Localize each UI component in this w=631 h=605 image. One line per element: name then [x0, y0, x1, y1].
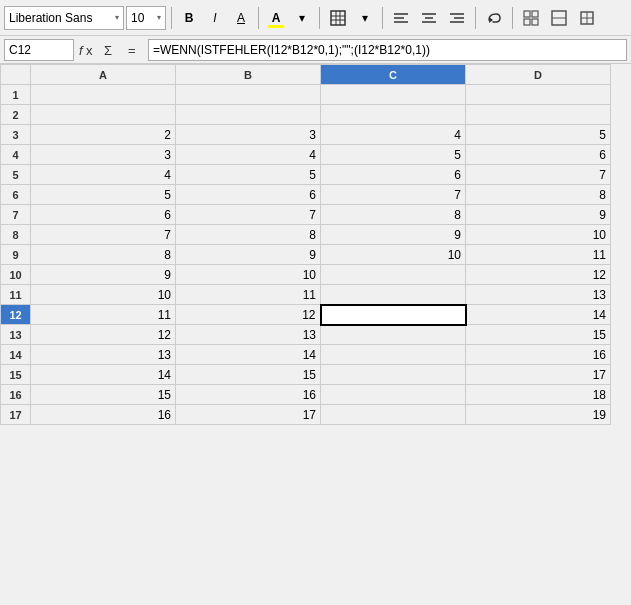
cell-D2[interactable] [466, 105, 611, 125]
equals-button[interactable]: = [124, 39, 146, 61]
cell-C3[interactable]: 4 [321, 125, 466, 145]
cell-C16[interactable] [321, 385, 466, 405]
formula-input[interactable] [148, 39, 627, 61]
highlight-dropdown-button[interactable]: ▾ [290, 6, 314, 30]
col-header-b[interactable]: B [176, 65, 321, 85]
cell-A3[interactable]: 2 [31, 125, 176, 145]
underline-button[interactable]: A [229, 6, 253, 30]
font-name-selector[interactable]: Liberation Sans ▾ [4, 6, 124, 30]
cell-B17[interactable]: 17 [176, 405, 321, 425]
row-header-16[interactable]: 16 [1, 385, 31, 405]
cell-D6[interactable]: 8 [466, 185, 611, 205]
borders-button[interactable] [325, 6, 351, 30]
cell-B1[interactable] [176, 85, 321, 105]
align-left-button[interactable] [388, 6, 414, 30]
function-wizard-button[interactable]: f x [76, 39, 98, 61]
sum-button[interactable]: Σ [100, 39, 122, 61]
cell-B16[interactable]: 16 [176, 385, 321, 405]
cell-A16[interactable]: 15 [31, 385, 176, 405]
more-btn3[interactable] [574, 6, 600, 30]
align-center-button[interactable] [416, 6, 442, 30]
cell-D17[interactable]: 19 [466, 405, 611, 425]
row-header-7[interactable]: 7 [1, 205, 31, 225]
cell-C6[interactable]: 7 [321, 185, 466, 205]
cell-A11[interactable]: 10 [31, 285, 176, 305]
cell-D5[interactable]: 7 [466, 165, 611, 185]
cell-A17[interactable]: 16 [31, 405, 176, 425]
row-header-2[interactable]: 2 [1, 105, 31, 125]
bold-button[interactable]: B [177, 6, 201, 30]
cell-C1[interactable] [321, 85, 466, 105]
cell-C7[interactable]: 8 [321, 205, 466, 225]
row-header-10[interactable]: 10 [1, 265, 31, 285]
cell-C2[interactable] [321, 105, 466, 125]
italic-button[interactable]: I [203, 6, 227, 30]
cell-C14[interactable] [321, 345, 466, 365]
cell-A9[interactable]: 8 [31, 245, 176, 265]
font-size-selector[interactable]: 10 ▾ [126, 6, 166, 30]
cell-B6[interactable]: 6 [176, 185, 321, 205]
col-header-d[interactable]: D [466, 65, 611, 85]
cell-D1[interactable] [466, 85, 611, 105]
cell-D11[interactable]: 13 [466, 285, 611, 305]
cell-A15[interactable]: 14 [31, 365, 176, 385]
cell-A1[interactable] [31, 85, 176, 105]
cell-C10[interactable] [321, 265, 466, 285]
cell-B8[interactable]: 8 [176, 225, 321, 245]
undo-button[interactable] [481, 6, 507, 30]
cell-B10[interactable]: 10 [176, 265, 321, 285]
cell-C11[interactable] [321, 285, 466, 305]
row-header-11[interactable]: 11 [1, 285, 31, 305]
align-right-button[interactable] [444, 6, 470, 30]
cell-B14[interactable]: 14 [176, 345, 321, 365]
cell-C4[interactable]: 5 [321, 145, 466, 165]
cell-B9[interactable]: 9 [176, 245, 321, 265]
cell-reference-box[interactable]: C12 [4, 39, 74, 61]
row-header-6[interactable]: 6 [1, 185, 31, 205]
row-header-17[interactable]: 17 [1, 405, 31, 425]
row-header-8[interactable]: 8 [1, 225, 31, 245]
cell-B15[interactable]: 15 [176, 365, 321, 385]
cell-B4[interactable]: 4 [176, 145, 321, 165]
cell-A14[interactable]: 13 [31, 345, 176, 365]
cell-C9[interactable]: 10 [321, 245, 466, 265]
borders-dropdown-button[interactable]: ▾ [353, 6, 377, 30]
cell-A6[interactable]: 5 [31, 185, 176, 205]
cell-C15[interactable] [321, 365, 466, 385]
cell-D14[interactable]: 16 [466, 345, 611, 365]
highlight-color-button[interactable]: A [264, 6, 288, 30]
cell-A8[interactable]: 7 [31, 225, 176, 245]
cell-C12[interactable] [321, 305, 466, 325]
row-header-9[interactable]: 9 [1, 245, 31, 265]
cell-D16[interactable]: 18 [466, 385, 611, 405]
cell-A13[interactable]: 12 [31, 325, 176, 345]
more-btn1[interactable] [518, 6, 544, 30]
row-header-13[interactable]: 13 [1, 325, 31, 345]
cell-D13[interactable]: 15 [466, 325, 611, 345]
row-header-14[interactable]: 14 [1, 345, 31, 365]
row-header-12[interactable]: 12 [1, 305, 31, 325]
cell-A12[interactable]: 11 [31, 305, 176, 325]
cell-D9[interactable]: 11 [466, 245, 611, 265]
cell-A10[interactable]: 9 [31, 265, 176, 285]
cell-B2[interactable] [176, 105, 321, 125]
row-header-4[interactable]: 4 [1, 145, 31, 165]
row-header-15[interactable]: 15 [1, 365, 31, 385]
more-btn2[interactable] [546, 6, 572, 30]
row-header-1[interactable]: 1 [1, 85, 31, 105]
cell-C13[interactable] [321, 325, 466, 345]
cell-A5[interactable]: 4 [31, 165, 176, 185]
cell-D7[interactable]: 9 [466, 205, 611, 225]
cell-A4[interactable]: 3 [31, 145, 176, 165]
cell-D8[interactable]: 10 [466, 225, 611, 245]
cell-B5[interactable]: 5 [176, 165, 321, 185]
row-header-3[interactable]: 3 [1, 125, 31, 145]
col-header-a[interactable]: A [31, 65, 176, 85]
cell-C8[interactable]: 9 [321, 225, 466, 245]
cell-C17[interactable] [321, 405, 466, 425]
cell-D3[interactable]: 5 [466, 125, 611, 145]
col-header-c[interactable]: C [321, 65, 466, 85]
cell-A7[interactable]: 6 [31, 205, 176, 225]
cell-A2[interactable] [31, 105, 176, 125]
cell-C5[interactable]: 6 [321, 165, 466, 185]
